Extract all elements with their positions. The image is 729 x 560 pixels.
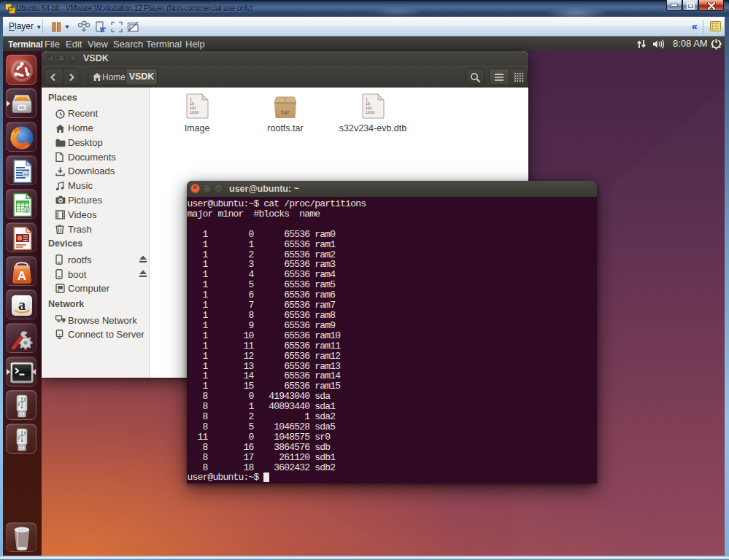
svg-text:1010: 1010 — [366, 111, 374, 115]
svg-text:1010: 1010 — [190, 111, 198, 115]
svg-text:a: a — [18, 297, 26, 313]
svg-text:tar: tar — [281, 109, 290, 116]
svg-text:A: A — [18, 269, 26, 283]
